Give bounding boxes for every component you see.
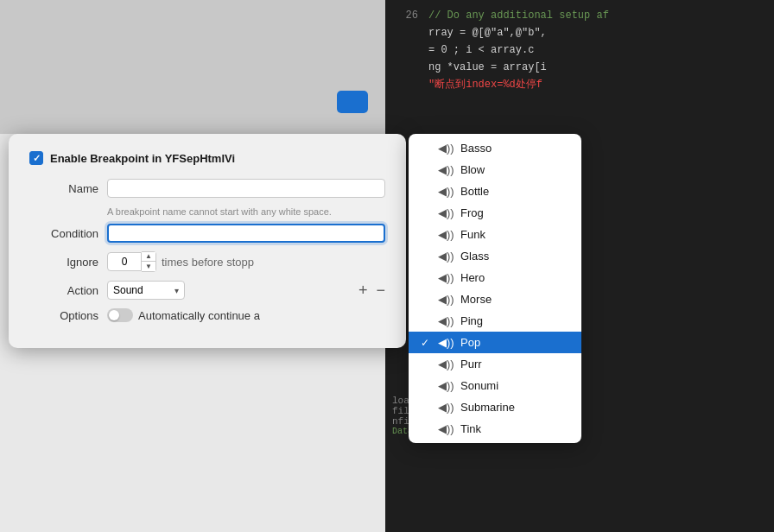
menu-item-tink[interactable]: ◀)) Tink: [409, 418, 581, 440]
sound-icon-hero: ◀)): [438, 271, 455, 284]
checkmark-submarine: [421, 402, 435, 414]
checkmark-hero: [421, 272, 435, 284]
sound-icon-pop: ◀)): [438, 336, 455, 349]
auto-continue-toggle[interactable]: [107, 308, 133, 322]
name-hint: A breakpoint name cannot start with any …: [107, 206, 385, 217]
ignore-row: Ignore ▲ ▼ times before stopp: [29, 251, 385, 272]
sound-icon-purr: ◀)): [438, 358, 455, 370]
label-glass: Glass: [460, 250, 489, 263]
ignore-value-input[interactable]: [107, 252, 142, 271]
action-value: Sound: [113, 284, 143, 296]
checkmark-purr: [421, 358, 435, 370]
label-funk: Funk: [460, 228, 485, 241]
checkmark-blow: [421, 164, 435, 176]
menu-item-hero[interactable]: ◀)) Hero: [409, 267, 581, 288]
label-tink: Tink: [460, 422, 481, 435]
label-submarine: Submarine: [460, 401, 515, 414]
checkmark-funk: [421, 229, 435, 241]
dropdown-arrow: ▾: [174, 286, 179, 295]
menu-item-blow[interactable]: ◀)) Blow: [409, 159, 581, 180]
stepper-down[interactable]: ▼: [142, 262, 155, 271]
label-bottle: Bottle: [460, 185, 489, 198]
label-ping: Ping: [460, 314, 483, 327]
menu-item-morse[interactable]: ◀)) Morse: [409, 288, 581, 310]
action-dropdown[interactable]: Sound ▾: [107, 281, 185, 300]
add-remove-buttons: + −: [358, 282, 385, 300]
sound-icon-bottle: ◀)): [438, 185, 455, 198]
ignore-suffix: times before stopp: [162, 256, 254, 269]
menu-item-basso[interactable]: ◀)) Basso: [409, 137, 581, 159]
name-row: Name: [29, 179, 385, 198]
sound-icon-sonumi: ◀)): [438, 379, 455, 392]
sound-icon-funk: ◀)): [438, 228, 455, 241]
label-sonumi: Sonumi: [460, 379, 498, 392]
menu-item-glass[interactable]: ◀)) Glass: [409, 245, 581, 267]
menu-item-ping[interactable]: ◀)) Ping: [409, 310, 581, 332]
sound-dropdown-menu: ◀)) Basso ◀)) Blow ◀)) Bottle ◀)) Frog ◀…: [409, 134, 581, 443]
options-toggle-row: Automatically continue a: [107, 308, 260, 322]
condition-label: Condition: [29, 227, 98, 240]
stepper-up[interactable]: ▲: [142, 252, 155, 262]
condition-row: Condition: [29, 224, 385, 243]
menu-item-frog[interactable]: ◀)) Frog: [409, 202, 581, 224]
checkmark-tink: [421, 423, 435, 435]
options-text: Automatically continue a: [138, 309, 260, 322]
menu-item-funk[interactable]: ◀)) Funk: [409, 224, 581, 245]
condition-input[interactable]: [107, 224, 385, 243]
add-button[interactable]: +: [358, 282, 368, 300]
sound-icon-glass: ◀)): [438, 250, 455, 263]
options-row: Options Automatically continue a: [29, 308, 385, 322]
sound-icon-submarine: ◀)): [438, 401, 455, 414]
remove-button[interactable]: −: [376, 282, 385, 300]
action-label: Action: [29, 284, 98, 297]
label-purr: Purr: [460, 358, 482, 370]
top-area: [0, 0, 389, 134]
label-frog: Frog: [460, 206, 484, 219]
label-blow: Blow: [460, 163, 485, 176]
sound-icon-morse: ◀)): [438, 293, 455, 306]
menu-item-pop[interactable]: ✓ ◀)) Pop: [409, 332, 581, 353]
enable-checkbox[interactable]: [29, 151, 43, 165]
options-label: Options: [29, 309, 98, 322]
checkmark-sonumi: [421, 380, 435, 392]
ignore-label: Ignore: [29, 256, 98, 269]
sound-icon-frog: ◀)): [438, 206, 455, 219]
checkmark-basso: [421, 142, 435, 155]
checkmark-frog: [421, 207, 435, 219]
checkmark-glass: [421, 250, 435, 263]
label-hero: Hero: [460, 271, 485, 284]
menu-item-sonumi[interactable]: ◀)) Sonumi: [409, 375, 581, 396]
ignore-stepper: ▲ ▼ times before stopp: [107, 251, 254, 272]
action-row: Action Sound ▾ + −: [29, 281, 385, 300]
sound-icon-tink: ◀)): [438, 422, 455, 435]
sound-icon-blow: ◀)): [438, 163, 455, 176]
name-label: Name: [29, 182, 98, 195]
label-morse: Morse: [460, 293, 492, 306]
menu-item-bottle[interactable]: ◀)) Bottle: [409, 180, 581, 202]
panel-header: Enable Breakpoint in YFSepHtmlVi: [29, 151, 385, 165]
menu-item-submarine[interactable]: ◀)) Submarine: [409, 396, 581, 418]
label-basso: Basso: [460, 142, 492, 155]
checkmark-morse: [421, 294, 435, 306]
checkmark-ping: [421, 315, 435, 327]
label-pop: Pop: [460, 336, 480, 349]
sound-icon-ping: ◀)): [438, 314, 455, 327]
checkmark-pop: ✓: [421, 337, 435, 349]
blue-button[interactable]: [337, 91, 368, 113]
menu-item-purr[interactable]: ◀)) Purr: [409, 353, 581, 375]
sound-icon-basso: ◀)): [438, 142, 455, 155]
name-input[interactable]: [107, 179, 385, 198]
panel-title: Enable Breakpoint in YFSepHtmlVi: [50, 152, 235, 165]
breakpoint-panel: Enable Breakpoint in YFSepHtmlVi Name A …: [9, 134, 406, 348]
stepper-buttons: ▲ ▼: [142, 251, 156, 272]
checkmark-bottle: [421, 186, 435, 198]
